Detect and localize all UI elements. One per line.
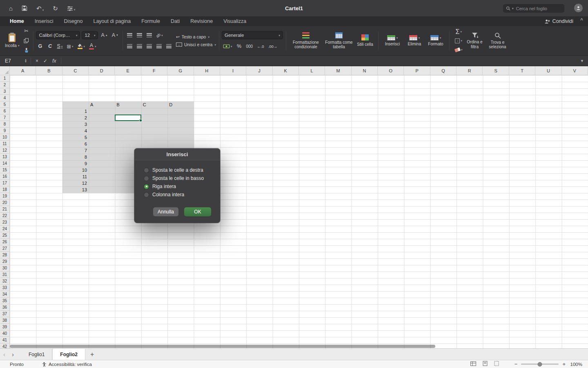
horizontal-scrollbar[interactable]	[10, 345, 435, 348]
row-header-14[interactable]: 14	[0, 160, 9, 167]
zoom-out-button[interactable]: −	[514, 361, 518, 367]
name-box[interactable]: E7 ▲▼	[0, 58, 29, 64]
home-button[interactable]: ⌂	[9, 5, 13, 11]
wrap-text-button[interactable]: ↩ Testo a capo ▾	[176, 34, 216, 39]
format-as-table-button[interactable]: Formatta come tabella	[323, 31, 355, 50]
column-header-P[interactable]: P	[404, 66, 430, 75]
column-header-F[interactable]: F	[141, 66, 167, 75]
fill-color-button[interactable]: ▾	[76, 42, 86, 50]
data-cell-header[interactable]: B	[115, 101, 141, 108]
sheet-tab-foglio1[interactable]: Foglio1	[21, 349, 52, 360]
row-header-28[interactable]: 28	[0, 252, 9, 258]
clear-button[interactable]: ▾	[454, 46, 464, 54]
data-cell-number[interactable]: 1	[62, 108, 89, 114]
row-header-35[interactable]: 35	[0, 298, 9, 304]
tab-home[interactable]: Home	[10, 18, 24, 24]
column-header-L[interactable]: L	[299, 66, 325, 75]
tab-disegno[interactable]: Disegno	[64, 18, 83, 24]
row-header-42[interactable]: 42	[0, 343, 9, 348]
underline-button[interactable]: S▾	[56, 42, 64, 50]
row-header-31[interactable]: 31	[0, 272, 9, 278]
align-middle-button[interactable]	[135, 31, 143, 39]
row-header-8[interactable]: 8	[0, 121, 9, 128]
data-cell-number[interactable]: 11	[62, 173, 89, 180]
zoom-in-button[interactable]: +	[562, 361, 566, 367]
row-header-29[interactable]: 29	[0, 258, 9, 265]
currency-format-button[interactable]: ▾	[222, 42, 234, 50]
tab-inserisci[interactable]: Inserisci	[35, 18, 53, 24]
column-header-I[interactable]: I	[220, 66, 246, 75]
normal-view-button[interactable]	[470, 361, 476, 367]
radio-icon[interactable]	[144, 168, 149, 173]
column-header-B[interactable]: B	[36, 66, 62, 75]
collapse-ribbon-button[interactable]: ^	[580, 17, 583, 23]
row-header-18[interactable]: 18	[0, 186, 9, 193]
search-field[interactable]: ▾	[503, 4, 564, 13]
tab-visualizza[interactable]: Visualizza	[223, 18, 246, 24]
data-cell-number[interactable]: 5	[62, 134, 89, 141]
row-header-20[interactable]: 20	[0, 200, 9, 206]
copy-button[interactable]	[22, 37, 30, 45]
row-header-33[interactable]: 33	[0, 285, 9, 291]
undo-button[interactable]: ↶▾	[36, 5, 44, 11]
row-header-12[interactable]: 12	[0, 147, 9, 154]
data-cell-number[interactable]: 13	[62, 186, 89, 193]
borders-button[interactable]: ⊞▾	[65, 42, 74, 50]
add-sheet-button[interactable]: +	[90, 351, 94, 358]
page-break-view-button[interactable]	[494, 361, 499, 367]
orientation-button[interactable]: ab▾	[155, 31, 164, 39]
delete-cells-button[interactable]: ▾ Elimina	[404, 34, 425, 47]
row-header-24[interactable]: 24	[0, 226, 9, 232]
tab-dati[interactable]: Dati	[171, 18, 180, 24]
autosum-button[interactable]: Σ▾	[454, 28, 464, 36]
row-header-41[interactable]: 41	[0, 337, 9, 343]
select-all-corner[interactable]	[0, 66, 10, 75]
align-right-button[interactable]	[145, 42, 153, 50]
row-header-13[interactable]: 13	[0, 154, 9, 160]
conditional-formatting-button[interactable]: Formattazione condizionale	[289, 31, 323, 50]
column-header-J[interactable]: J	[246, 66, 272, 75]
redo-button[interactable]: ↻	[53, 5, 58, 11]
expand-formula-bar-button[interactable]: ▼	[576, 59, 588, 63]
row-header-16[interactable]: 16	[0, 173, 9, 180]
row-header-7[interactable]: 7	[0, 114, 9, 121]
column-header-G[interactable]: G	[167, 66, 194, 75]
accessibility-checker-button[interactable]: Accessibilità: verifica	[42, 362, 92, 367]
column-header-H[interactable]: H	[194, 66, 220, 75]
increase-font-button[interactable]: A▲	[100, 31, 109, 39]
number-format-select[interactable]: Generale ▾	[222, 31, 283, 39]
row-header-37[interactable]: 37	[0, 311, 9, 317]
fill-button[interactable]: ↓▾	[454, 37, 464, 45]
increase-indent-button[interactable]	[165, 42, 173, 50]
row-header-9[interactable]: 9	[0, 128, 9, 134]
font-name-select[interactable]: Calibri (Corp… ▾	[36, 31, 80, 39]
column-header-N[interactable]: N	[352, 66, 378, 75]
next-sheet-button[interactable]: ›	[9, 351, 17, 357]
insert-option-2[interactable]: Sposta le celle in basso	[134, 174, 220, 182]
cell-styles-button[interactable]: Stili cella	[355, 34, 375, 48]
font-size-select[interactable]: 12 ▾	[82, 31, 98, 39]
tab-formule[interactable]: Formule	[141, 18, 160, 24]
row-header-15[interactable]: 15	[0, 167, 9, 173]
insert-option-4[interactable]: Colonna intera	[134, 191, 220, 199]
italic-button[interactable]: C	[46, 42, 54, 50]
active-cell-E7[interactable]	[115, 114, 141, 121]
sheet-tab-foglio2[interactable]: Foglio2	[52, 349, 85, 360]
ok-button[interactable]: OK	[184, 207, 211, 216]
radio-icon[interactable]	[144, 176, 149, 181]
formula-input[interactable]	[63, 58, 576, 64]
tab-layout-di-pagina[interactable]: Layout di pagina	[93, 18, 131, 24]
format-painter-button[interactable]	[22, 47, 30, 55]
decrease-font-button[interactable]: A▼	[111, 31, 120, 39]
radio-icon[interactable]	[144, 192, 149, 197]
row-header-2[interactable]: 2	[0, 82, 9, 88]
font-color-button[interactable]: A ▾	[88, 42, 98, 50]
column-header-U[interactable]: U	[535, 66, 561, 75]
row-header-21[interactable]: 21	[0, 206, 9, 213]
insert-option-1[interactable]: Sposta le celle a destra	[134, 166, 220, 174]
column-header-A[interactable]: A	[10, 66, 36, 75]
column-header-R[interactable]: R	[457, 66, 483, 75]
find-select-button[interactable]: Trova e seleziona	[486, 31, 510, 50]
increase-decimal-button[interactable]: ←.0	[256, 42, 265, 50]
data-cell-number[interactable]: 4	[62, 128, 89, 134]
